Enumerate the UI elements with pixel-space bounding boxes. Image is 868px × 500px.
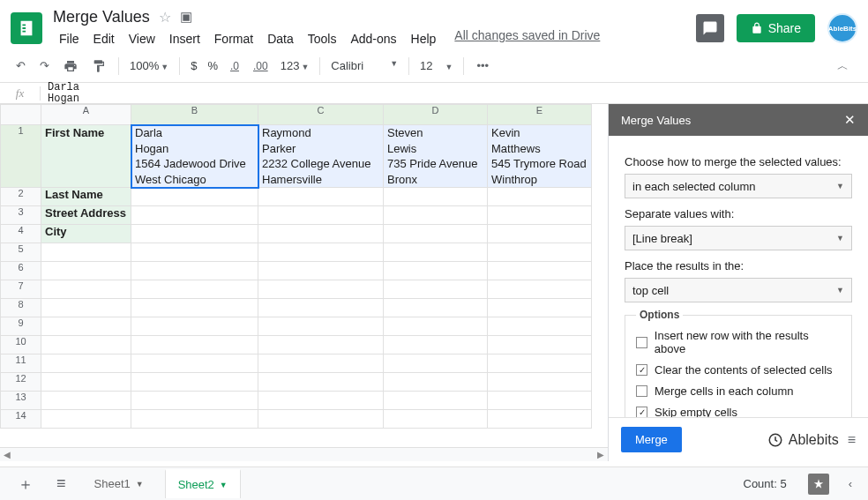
explore-button[interactable]: [808, 474, 829, 495]
row-header-3[interactable]: 3: [1, 206, 41, 225]
paint-format-icon[interactable]: [86, 56, 111, 77]
more-toolbar-icon[interactable]: •••: [471, 56, 494, 76]
font-select[interactable]: Calibri▼: [327, 56, 401, 76]
cell-a1[interactable]: First Name: [41, 125, 131, 188]
close-icon[interactable]: ✕: [844, 112, 856, 128]
collapse-toolbar-icon[interactable]: ︿: [828, 55, 857, 78]
merge-button[interactable]: Merge: [621, 427, 682, 452]
move-icon[interactable]: ▣: [180, 9, 192, 25]
redo-icon[interactable]: ↷: [34, 56, 55, 76]
row-header-2[interactable]: 2: [1, 188, 41, 206]
print-icon[interactable]: [58, 56, 83, 77]
row-header-4[interactable]: 4: [1, 225, 41, 243]
add-sheet-button[interactable]: ＋: [11, 470, 41, 498]
cell-e1[interactable]: Kevin Matthews 545 Trymore Road Winthrop: [488, 125, 592, 188]
select-separator[interactable]: [Line break]▼: [625, 226, 852, 250]
tab-sheet1[interactable]: Sheet1▼: [82, 470, 156, 497]
opt-clear-contents[interactable]: ✓Clear the contents of selected cells: [636, 363, 841, 377]
label-place: Place the results in the:: [625, 259, 852, 272]
menu-help[interactable]: Help: [405, 28, 443, 49]
formula-input[interactable]: Darla Hogan: [41, 82, 79, 104]
account-avatar[interactable]: AbleBits: [827, 13, 857, 43]
col-header-b[interactable]: B: [131, 105, 258, 125]
font-size-select[interactable]: 12▼: [416, 56, 456, 76]
percent-button[interactable]: %: [204, 56, 221, 76]
share-button[interactable]: Share: [737, 14, 815, 42]
menu-format[interactable]: Format: [208, 28, 259, 49]
cell-a4[interactable]: City: [41, 225, 131, 243]
cell-a2[interactable]: Last Name: [41, 188, 131, 206]
sheet-tab-bar: ＋ ≡ Sheet1▼ Sheet2▼ Count: 5 ‹: [0, 466, 868, 500]
star-icon[interactable]: ☆: [159, 9, 171, 26]
menubar: File Edit View Insert Format Data Tools …: [53, 28, 696, 49]
opt-skip-empty[interactable]: ✓Skip empty cells: [636, 406, 841, 417]
select-place[interactable]: top cell▼: [625, 278, 852, 302]
label-merge-how: Choose how to merge the selected values:: [625, 155, 852, 168]
col-header-e[interactable]: E: [488, 105, 592, 125]
spreadsheet-grid[interactable]: A B C D E 1 First Name Darla Hogan 1564 …: [0, 104, 592, 429]
opt-merge-cells[interactable]: Merge cells in each column: [636, 384, 841, 398]
more-formats-button[interactable]: 123▼: [277, 56, 313, 76]
sheets-app-icon[interactable]: [11, 12, 42, 44]
col-header-d[interactable]: D: [384, 105, 488, 125]
cell-c1[interactable]: Raymond Parker 2232 College Avenue Hamer…: [258, 125, 384, 188]
save-status[interactable]: All changes saved in Drive: [454, 28, 600, 49]
menu-addons[interactable]: Add-ons: [344, 28, 402, 49]
menu-tools[interactable]: Tools: [302, 28, 343, 49]
menu-file[interactable]: File: [53, 28, 86, 49]
options-legend: Options: [636, 309, 683, 321]
collapse-side-icon[interactable]: ‹: [849, 477, 852, 490]
merge-values-sidebar: Merge Values ✕ Choose how to merge the s…: [608, 104, 868, 461]
horizontal-scrollbar[interactable]: ◀▶: [0, 447, 608, 461]
toolbar: ↶ ↷ 100%▼ $ % .0 .00 123▼ Calibri▼ 12▼ •…: [0, 49, 868, 83]
fx-icon: fx: [0, 86, 41, 101]
ablebits-brand[interactable]: Ablebits: [767, 432, 839, 448]
sidebar-menu-icon[interactable]: ≡: [848, 432, 856, 448]
comments-button[interactable]: [696, 14, 724, 42]
cell-d1[interactable]: Steven Lewis 735 Pride Avenue Bronx: [384, 125, 488, 188]
col-header-a[interactable]: A: [41, 105, 131, 125]
select-all-corner[interactable]: [1, 105, 41, 125]
cell-a3[interactable]: Street Address: [41, 206, 131, 225]
currency-button[interactable]: $: [187, 56, 200, 76]
menu-edit[interactable]: Edit: [87, 28, 121, 49]
menu-view[interactable]: View: [123, 28, 161, 49]
menu-insert[interactable]: Insert: [163, 28, 206, 49]
select-merge-how[interactable]: in each selected column▼: [625, 174, 852, 198]
zoom-select[interactable]: 100%▼: [126, 56, 172, 76]
sidebar-title: Merge Values: [621, 114, 691, 127]
increase-decimal-button[interactable]: .00: [248, 56, 273, 76]
undo-icon[interactable]: ↶: [11, 56, 31, 76]
row-header-1[interactable]: 1: [1, 125, 41, 188]
menu-data[interactable]: Data: [261, 28, 300, 49]
col-header-c[interactable]: C: [258, 105, 384, 125]
all-sheets-button[interactable]: ≡: [49, 471, 73, 496]
cell-b1[interactable]: Darla Hogan 1564 Jadewood Drive West Chi…: [131, 125, 258, 188]
label-separator: Separate values with:: [625, 207, 852, 220]
selection-count: Count: 5: [744, 477, 787, 490]
doc-title[interactable]: Merge Values: [53, 8, 150, 26]
tab-sheet2[interactable]: Sheet2▼: [165, 469, 241, 498]
decrease-decimal-button[interactable]: .0: [225, 56, 244, 76]
opt-insert-row[interactable]: Insert new row with the results above: [636, 329, 841, 355]
